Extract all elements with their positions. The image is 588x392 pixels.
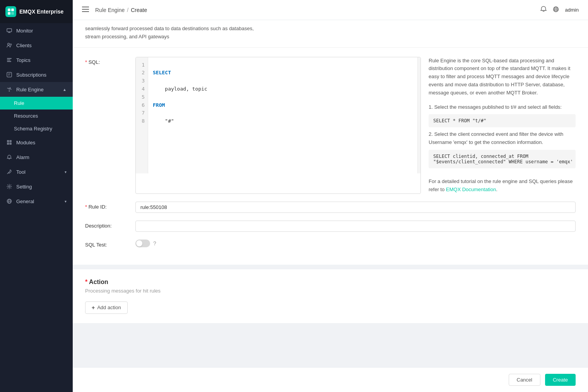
sidebar-sub-item-schema-registry[interactable]: Schema Registry xyxy=(0,122,73,135)
bottom-spacer xyxy=(73,328,588,359)
svg-point-15 xyxy=(9,91,10,92)
sql-editor-wrapper[interactable]: 1 2 3 4 5 6 7 8 SELECT payload, top xyxy=(135,57,421,194)
rule-id-control xyxy=(135,202,576,213)
sql-line-numbers: 1 2 3 4 5 6 7 8 xyxy=(136,57,148,173)
footer: Cancel Create xyxy=(73,367,588,392)
sql-help-code1: SELECT * FROM "t/#" xyxy=(429,114,576,127)
sidebar-sub-item-label: Rule xyxy=(14,100,24,106)
sidebar-item-label: Setting xyxy=(16,184,32,190)
sidebar-item-label: Topics xyxy=(16,57,31,63)
add-action-button[interactable]: + Add action xyxy=(85,301,128,314)
svg-rect-2 xyxy=(8,12,10,15)
sql-help-example2-title: 2. Select the client connected event and… xyxy=(429,130,576,147)
sidebar-item-label: Clients xyxy=(16,43,32,48)
svg-rect-0 xyxy=(8,9,10,11)
sidebar-item-monitor[interactable]: Monitor xyxy=(0,23,73,38)
sql-test-control: ? xyxy=(135,240,576,247)
description-control xyxy=(135,221,576,232)
svg-point-8 xyxy=(10,44,12,45)
sidebar-item-modules[interactable]: Modules xyxy=(0,135,73,150)
sidebar-item-setting[interactable]: Setting xyxy=(0,179,73,194)
sidebar-item-label: Monitor xyxy=(16,28,33,34)
sidebar-sub-item-resources[interactable]: Resources xyxy=(0,110,73,122)
sql-test-label: SQL Test: xyxy=(85,240,135,248)
sql-test-help-icon[interactable]: ? xyxy=(153,240,156,246)
rule-engine-icon xyxy=(6,86,12,92)
rule-id-input[interactable] xyxy=(135,202,576,213)
svg-rect-3 xyxy=(11,12,14,15)
action-title: Action xyxy=(85,279,576,286)
sql-editor-container: 1 2 3 4 5 6 7 8 SELECT payload, top xyxy=(135,57,576,194)
intro-text: seamlessly forward processed data to dat… xyxy=(73,20,588,48)
chevron-down-icon: ▾ xyxy=(65,170,67,174)
sql-help-intro: Rule Engine is the core SQL-based data p… xyxy=(429,57,576,97)
header: Rule Engine / Create xyxy=(73,0,588,20)
sidebar-item-label: Alarm xyxy=(16,154,29,160)
sql-help-footer-end: . xyxy=(496,187,497,192)
language-icon[interactable] xyxy=(553,6,559,14)
sidebar-item-tool[interactable]: Tool ▾ xyxy=(0,164,73,179)
sql-form-control: 1 2 3 4 5 6 7 8 SELECT payload, top xyxy=(135,57,576,194)
sql-test-toggle-container: ? xyxy=(135,240,576,247)
svg-rect-12 xyxy=(7,72,12,77)
sql-label: SQL: xyxy=(85,57,135,65)
editor-inner: 1 2 3 4 5 6 7 8 SELECT payload, top xyxy=(136,57,420,173)
monitor-icon xyxy=(6,27,12,34)
sidebar-item-topics[interactable]: Topics xyxy=(0,53,73,67)
topics-icon xyxy=(6,57,12,63)
action-subtitle: Processing messages for hit rules xyxy=(85,288,576,294)
sidebar-item-subscriptions[interactable]: Subscriptions xyxy=(0,67,73,82)
chevron-up-icon: ▲ xyxy=(63,87,67,92)
main-area: Rule Engine / Create xyxy=(73,0,588,392)
intro-line1: seamlessly forward processed data to dat… xyxy=(85,25,576,33)
sidebar-logo[interactable]: EMQX Enterprise xyxy=(0,0,73,23)
sql-code-area[interactable]: SELECT payload, topic FROM "#" xyxy=(148,57,417,173)
menu-icon[interactable] xyxy=(82,6,89,14)
svg-point-21 xyxy=(9,186,10,187)
sidebar-item-clients[interactable]: Clients xyxy=(0,38,73,53)
modules-icon xyxy=(6,139,12,146)
svg-point-7 xyxy=(8,43,10,45)
rule-id-form-row: Rule ID: xyxy=(85,202,576,213)
breadcrumb: Rule Engine / Create xyxy=(95,7,147,13)
breadcrumb-parent[interactable]: Rule Engine xyxy=(95,7,125,13)
action-section: Action Processing messages for hit rules… xyxy=(73,269,588,323)
sql-test-toggle[interactable] xyxy=(135,240,150,247)
logo-text: EMQX Enterprise xyxy=(19,9,63,15)
breadcrumb-current: Create xyxy=(131,7,147,13)
sql-help-example1-title: 1. Select the messages published to t/# … xyxy=(429,103,576,111)
cancel-button[interactable]: Cancel xyxy=(509,374,540,386)
description-input[interactable] xyxy=(135,221,576,232)
sql-help-footer: For a detailed tutorial on the rule engi… xyxy=(429,178,576,194)
sidebar-item-label: Subscriptions xyxy=(16,72,46,78)
sql-section: SQL: 1 2 3 4 5 xyxy=(73,48,588,265)
add-action-label: Add action xyxy=(97,305,121,310)
intro-line2: stream processing, and API gateways xyxy=(85,33,576,41)
general-icon xyxy=(6,198,12,204)
sql-help-link[interactable]: EMQX Documentation xyxy=(446,187,496,192)
notification-icon[interactable] xyxy=(540,6,547,14)
sidebar-item-rule-engine[interactable]: Rule Engine ▲ xyxy=(0,82,73,97)
sidebar-item-general[interactable]: General ▾ xyxy=(0,194,73,209)
sidebar: EMQX Enterprise Monitor Clients xyxy=(0,0,73,392)
subscriptions-icon xyxy=(6,72,12,78)
create-button[interactable]: Create xyxy=(545,374,576,386)
sidebar-item-label: General xyxy=(16,199,34,204)
sql-test-form-row: SQL Test: ? xyxy=(85,240,576,248)
svg-rect-11 xyxy=(7,61,11,62)
breadcrumb-separator: / xyxy=(127,7,128,13)
sql-help-panel: Rule Engine is the core SQL-based data p… xyxy=(429,57,576,194)
svg-rect-16 xyxy=(7,140,9,142)
tool-icon xyxy=(6,169,12,175)
plus-icon: + xyxy=(92,305,95,311)
header-right: admin xyxy=(540,6,579,14)
svg-line-20 xyxy=(7,173,9,174)
sidebar-item-alarm[interactable]: Alarm xyxy=(0,150,73,164)
sidebar-sub-item-rule[interactable]: Rule xyxy=(0,97,73,110)
description-label: Description: xyxy=(85,221,135,229)
sidebar-item-label: Modules xyxy=(16,140,35,146)
svg-rect-19 xyxy=(10,143,12,145)
rule-id-label: Rule ID: xyxy=(85,202,135,210)
admin-label[interactable]: admin xyxy=(565,7,579,13)
svg-rect-9 xyxy=(7,58,12,59)
